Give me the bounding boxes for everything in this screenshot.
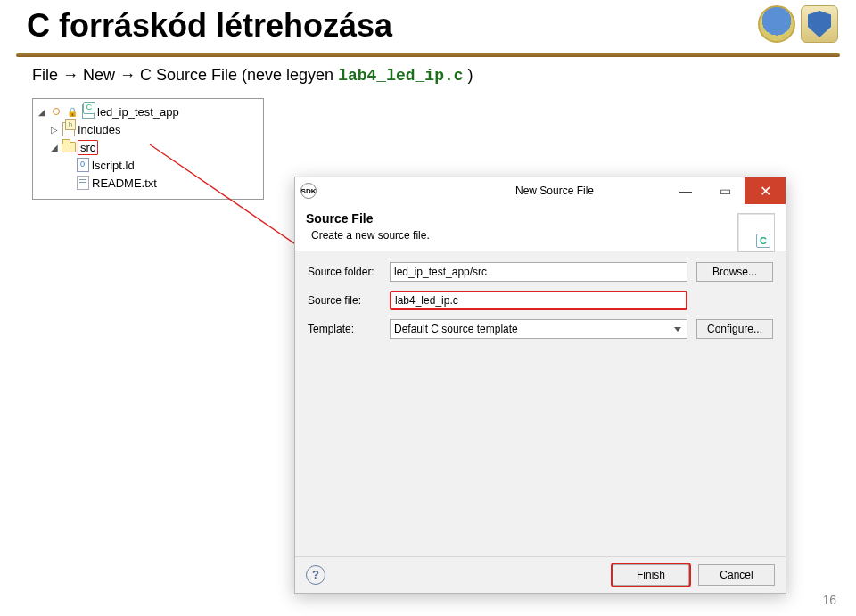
label-template: Template: — [308, 323, 390, 335]
c-source-banner-icon: C — [737, 213, 775, 252]
finish-button[interactable]: Finish — [613, 564, 689, 586]
text-file-icon — [76, 176, 90, 190]
label-source-folder: Source folder: — [308, 266, 390, 278]
twisty-open-icon[interactable]: ◢ — [49, 143, 60, 152]
instruction-filename: lab4_led_ip.c — [338, 67, 463, 85]
twisty-open-icon[interactable]: ◢ — [37, 107, 47, 117]
label-source-file: Source file: — [308, 294, 390, 307]
lscript-label: lscript.ld — [92, 159, 135, 172]
row-template: Template: Default C source template Conf… — [308, 319, 773, 339]
target-icon — [49, 104, 63, 119]
dialog-titlebar[interactable]: SDK New Source File — ▭ ✕ — [295, 177, 786, 204]
linker-file-icon — [76, 158, 90, 172]
dialog-footer: ? Finish Cancel — [295, 556, 786, 593]
instruction-suffix: ) — [468, 66, 473, 84]
c-project-icon — [81, 104, 95, 119]
configure-button[interactable]: Configure... — [696, 319, 773, 339]
project-name: led_ip_test_app — [97, 105, 179, 119]
tree-row-includes[interactable]: ▷ Includes — [33, 120, 263, 138]
dialog-header-subtitle: Create a new source file. — [306, 226, 775, 242]
c-badge: C — [756, 234, 770, 248]
cancel-button[interactable]: Cancel — [698, 564, 775, 586]
sdk-app-icon: SDK — [300, 183, 317, 199]
slide-title: C forráskód létrehozása — [27, 7, 392, 45]
logo-group — [758, 5, 838, 43]
maximize-button[interactable]: ▭ — [705, 177, 745, 204]
tree-row-readme[interactable]: README.txt — [33, 174, 263, 192]
faculty-crest-icon — [801, 5, 838, 43]
instruction-text: File → New → C Source File (neve legyen … — [32, 66, 473, 85]
dialog-header: Source File Create a new source file. C — [295, 204, 786, 251]
dialog-spacer — [295, 369, 786, 556]
source-folder-value: led_ip_test_app/src — [394, 266, 487, 278]
new-source-file-dialog: SDK New Source File — ▭ ✕ Source File Cr… — [294, 177, 786, 594]
template-select[interactable]: Default C source template — [390, 319, 687, 339]
tree-row-lscript[interactable]: lscript.ld — [33, 156, 263, 174]
dialog-body: Source folder: led_ip_test_app/src Brows… — [295, 251, 786, 369]
row-source-file: Source file: lab4_led_ip.c — [308, 291, 773, 310]
close-button[interactable]: ✕ — [745, 177, 786, 204]
src-label: src — [78, 140, 98, 155]
dialog-header-title: Source File — [306, 211, 775, 226]
lock-icon: 🔒 — [65, 104, 79, 119]
row-source-folder: Source folder: led_ip_test_app/src Brows… — [308, 262, 773, 282]
project-explorer: ◢ 🔒 led_ip_test_app ▷ Includes ◢ src lsc… — [32, 98, 264, 200]
source-file-value: lab4_led_ip.c — [395, 294, 458, 307]
readme-label: README.txt — [92, 177, 157, 190]
includes-label: Includes — [78, 123, 120, 136]
instruction-prefix: File → New → C Source File (neve legyen — [32, 66, 338, 84]
source-folder-input[interactable]: led_ip_test_app/src — [390, 262, 687, 282]
folder-icon — [62, 140, 76, 154]
source-file-input[interactable]: lab4_led_ip.c — [390, 291, 687, 310]
tree-row-src[interactable]: ◢ src — [33, 138, 263, 156]
page-number: 16 — [822, 593, 836, 607]
help-button[interactable]: ? — [306, 565, 325, 585]
includes-icon — [62, 122, 76, 136]
tree-row-project[interactable]: ◢ 🔒 led_ip_test_app — [33, 103, 263, 120]
university-seal-icon — [758, 5, 795, 43]
browse-button[interactable]: Browse... — [696, 262, 773, 282]
twisty-closed-icon[interactable]: ▷ — [49, 125, 60, 135]
minimize-button[interactable]: — — [666, 177, 705, 204]
template-value: Default C source template — [394, 323, 518, 335]
title-divider — [16, 53, 840, 57]
